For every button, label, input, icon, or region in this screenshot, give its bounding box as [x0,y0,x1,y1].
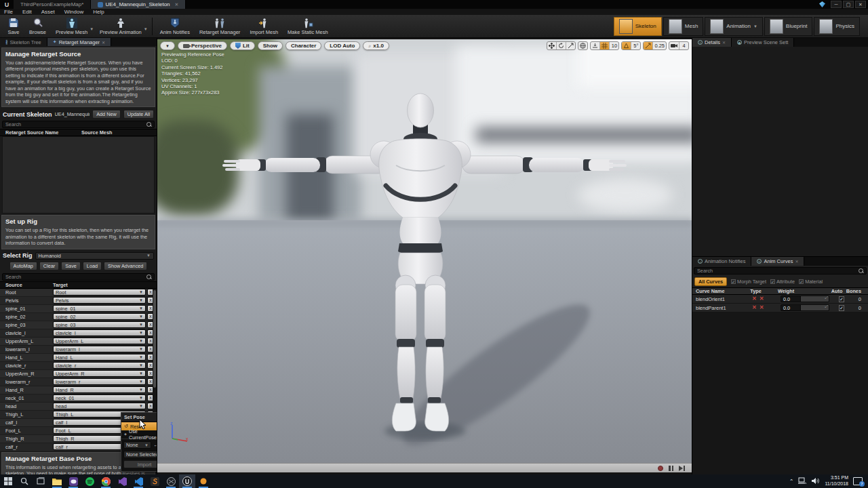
close-tab-icon[interactable]: ✕ [175,2,179,7]
marketplace-icon[interactable] [819,1,825,7]
taskbar-clock[interactable]: 3:51 PM 11/10/2018 [825,475,848,487]
preview-mesh-dropdown-icon[interactable]: ▼ [90,27,94,31]
material-type-icon[interactable]: ✕ [760,296,764,302]
action-center-icon[interactable]: 7 [853,477,863,485]
target-bone-dropdown[interactable]: lowerarm_r ▼ [53,378,146,385]
target-bone-dropdown[interactable]: head ▼ [53,403,146,409]
add-new-button[interactable]: Add New [92,110,121,119]
rotate-tool-button[interactable] [557,41,566,50]
animation-dropdown-icon[interactable]: ▼ [753,24,757,28]
menu-asset[interactable]: Asset [41,9,55,15]
target-bone-dropdown[interactable]: Hand_L ▼ [53,354,146,361]
mode-physics-button[interactable]: Physics [814,17,860,36]
step-forward-button[interactable] [679,466,685,471]
tab-details[interactable]: i Details ✕ [692,38,732,47]
import-button[interactable]: Import [123,460,157,468]
target-bone-dropdown[interactable]: clavicle_l ▼ [53,329,146,336]
menu-help[interactable]: Help [93,9,104,15]
scale-snap-toggle[interactable] [644,41,653,50]
task-view-button[interactable] [33,474,49,488]
save-rig-button[interactable]: Save [61,262,81,270]
show-advanced-button[interactable]: Show Advanced [104,262,147,270]
volume-icon[interactable] [812,475,820,487]
attribute-checkbox[interactable]: ✓Attribute [770,279,795,285]
rotation-snap-toggle[interactable] [622,41,631,50]
show-dropdown[interactable]: Show [258,41,283,50]
weight-input[interactable]: 0.0 [781,304,829,311]
clear-button[interactable]: Clear [39,262,59,270]
epic-launcher-icon[interactable] [163,474,179,488]
retarget-source-list[interactable] [2,136,155,214]
material-type-icon[interactable]: ✕ [760,305,764,310]
menu-item-use-current-pose[interactable]: ⌖ Use CurrentPose [121,430,157,439]
close-icon[interactable]: ✕ [102,40,105,45]
material-checkbox[interactable]: ✓Material [799,279,823,285]
rotation-snap-value[interactable]: 5° [631,41,640,50]
scale-snap-value[interactable]: 0.25 [653,41,666,50]
curve-row[interactable]: blendOrient1 ✕✕ 0.0 ✓ 0 [692,295,868,304]
viewport-3d-scene[interactable]: ▼ Perspective Lit Show Character LOD Aut… [157,39,692,463]
menu-file[interactable]: File [4,9,13,15]
chrome-icon[interactable] [98,474,114,488]
preview-animation-button[interactable]: Preview Animation [95,16,146,37]
minimize-button[interactable]: ─ [831,1,842,8]
preview-animation-dropdown-icon[interactable]: ▼ [144,27,148,31]
make-static-mesh-button[interactable]: Make Static Mesh [283,16,333,37]
morph-target-checkbox[interactable]: ✓Morph Target [731,279,766,285]
target-bone-dropdown[interactable]: lowerarm_l ▼ [53,346,146,352]
grid-snap-value[interactable]: 10 [610,41,618,50]
screen-size-dropdown[interactable]: ⌕ x1.0 [363,41,389,50]
vscode-icon[interactable] [130,474,146,488]
close-icon[interactable]: ✕ [795,259,798,264]
weight-input[interactable]: 0.0 [781,296,829,302]
scale-tool-button[interactable] [566,41,575,50]
character-dropdown[interactable]: Character [285,41,321,50]
mode-blueprint-button[interactable]: Blueprint [764,17,813,36]
start-button[interactable] [0,474,16,488]
auto-checkbox[interactable]: ✓ [839,305,844,311]
target-bone-dropdown[interactable]: spine_03 ▼ [53,321,146,328]
network-icon[interactable] [798,475,807,487]
translate-tool-button[interactable] [547,41,557,50]
retarget-source-search-input[interactable]: Search [2,121,155,128]
preview-viewport[interactable]: ▼ Perspective Lit Show Character LOD Aut… [157,39,692,472]
visual-studio-icon[interactable] [114,474,130,488]
target-bone-dropdown[interactable]: Pelvis ▼ [53,297,146,304]
surface-snap-button[interactable] [591,41,600,50]
menu-edit[interactable]: Edit [22,9,32,15]
select-rig-dropdown[interactable]: Humanoid ▼ [35,252,154,260]
morph-type-icon[interactable]: ✕ [752,305,757,310]
tray-chevron-icon[interactable]: ⌃ [789,479,794,485]
tab-anim-curves[interactable]: ∿ Anim Curves ✕ [751,257,804,266]
close-button[interactable]: ✕ [855,1,866,8]
morph-type-icon[interactable]: ✕ [752,296,757,302]
orange-app-icon[interactable] [195,474,212,488]
mannequin-figure[interactable] [157,39,692,463]
target-bone-dropdown[interactable]: spine_02 ▼ [53,313,146,320]
import-mesh-button[interactable]: Import Mesh [245,16,283,37]
curves-search-input[interactable]: Search [694,267,867,274]
file-explorer-icon[interactable] [49,474,65,488]
pause-button[interactable] [669,466,673,471]
grid-snap-toggle[interactable] [600,41,610,50]
camera-speed-button[interactable] [669,41,679,50]
auto-checkbox[interactable]: ✓ [839,296,844,302]
automap-button[interactable]: AutoMap [9,262,37,270]
mode-animation-button[interactable]: Animation ▼ [705,17,763,36]
retarget-manager-button[interactable]: Retarget Manager [195,16,245,37]
none-selected-dropdown[interactable]: None Selected ▼ [123,451,157,458]
target-bone-dropdown[interactable]: neck_01 ▼ [53,394,146,401]
maximize-button[interactable]: ▢ [843,1,854,8]
mode-mesh-button[interactable]: Mesh [663,17,704,36]
viewport-options-dropdown[interactable]: ▼ [160,41,175,50]
all-curves-button[interactable]: All Curves [694,277,727,286]
target-bone-dropdown[interactable]: Root ▼ [53,289,146,296]
target-bone-dropdown[interactable]: Hand_R ▼ [53,386,146,393]
save-button[interactable]: Save [3,16,24,37]
pose-asset-dropdown[interactable]: None ▼ [123,441,151,449]
tab-ue4-mannequin-skeleton[interactable]: UE4_Mannequin_Skeleton ✕ [91,0,186,9]
substance-icon[interactable] [146,474,163,488]
tab-animation-notifies[interactable]: ♪ Animation Notifies [692,257,751,266]
spotify-icon[interactable] [81,474,98,488]
tab-preview-scene-settings[interactable]: ◉ Preview Scene Sett [732,38,794,47]
